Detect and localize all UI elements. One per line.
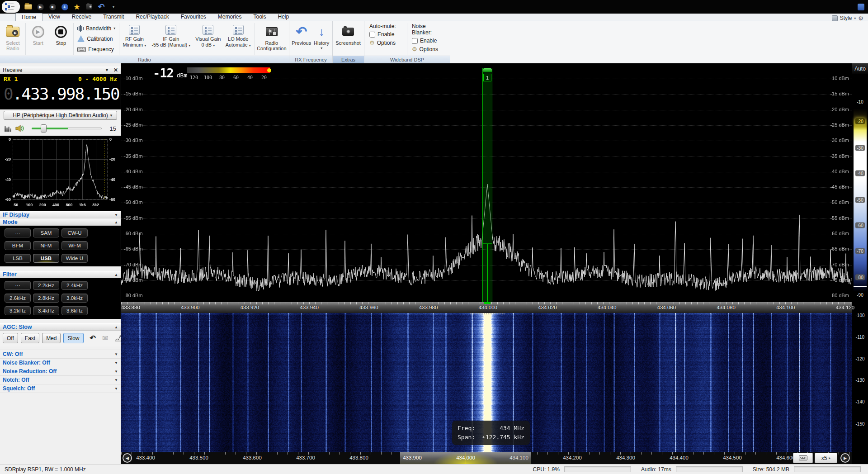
noise-blanker-enable-box[interactable]	[412, 38, 418, 44]
tab-view[interactable]: View	[42, 13, 66, 21]
filter-button-26khz[interactable]: 2.6kHz	[5, 294, 31, 303]
mode-button-usb[interactable]: USB	[33, 254, 59, 263]
mode-button-wfm[interactable]: WFM	[61, 241, 88, 250]
section-cw-off[interactable]: CW: Off▼	[0, 350, 121, 359]
mode-button-cwu[interactable]: CW-U	[61, 228, 88, 237]
navigator-label[interactable]: 434.500	[723, 455, 742, 460]
auto-mute-enable-box[interactable]	[369, 32, 375, 38]
quickbar-more-icon[interactable]: ▾	[109, 3, 118, 11]
style-label[interactable]: Style	[840, 15, 852, 21]
mode-button-[interactable]: ···	[5, 228, 31, 237]
section-mode[interactable]: Mode▲	[0, 218, 121, 226]
agc-undo-icon[interactable]: ↶	[90, 334, 96, 342]
volume-slider[interactable]	[32, 124, 102, 133]
audio-device-select[interactable]: HP (Périphérique High Definition Audio) …	[4, 111, 117, 120]
filter-button-22khz[interactable]: 2.2kHz	[33, 281, 59, 290]
navigator-label[interactable]: 433.600	[243, 455, 262, 460]
agc-button-med[interactable]: Med	[42, 333, 61, 343]
section-agc[interactable]: AGC: Slow▲	[0, 323, 121, 331]
filter-button-32khz[interactable]: 3.2kHz	[5, 306, 31, 315]
navigator-label[interactable]: 434.100	[509, 455, 528, 460]
filter-button-24khz[interactable]: 2.4kHz	[61, 281, 88, 290]
tab-rec-playback[interactable]: Rec/Playback	[130, 13, 175, 21]
lo-mode-button[interactable]: LO Mode Automatic ▾	[223, 22, 254, 56]
navigator-label[interactable]: 433.700	[296, 455, 315, 460]
app-logo-icon[interactable]	[2, 1, 20, 13]
spectrum-frequency-axis[interactable]: 433.880433.900433.920433.940433.960433.9…	[121, 302, 852, 313]
spectrum-canvas[interactable]	[121, 63, 852, 302]
equalizer-icon[interactable]	[5, 125, 12, 132]
mode-button-sam[interactable]: SAM	[33, 228, 59, 237]
agc-button-fast[interactable]: Fast	[21, 333, 39, 343]
mode-button-bfm[interactable]: BFM	[5, 241, 31, 250]
frequency-button[interactable]: Frequency	[77, 44, 115, 54]
tab-memories[interactable]: Memories	[212, 13, 248, 21]
section-squelch-off[interactable]: Squelch: Off▼	[0, 384, 121, 393]
auto-mute-options-button[interactable]: ⚙ Options	[369, 39, 402, 46]
receive-panel-header[interactable]: Receive ▼ ✕	[0, 66, 121, 74]
band-navigator[interactable]: ◀ x5▸ ▶ 433.400433.500433.600433.700433.…	[121, 452, 852, 464]
rf-gain-button[interactable]: RF Gain Minimum ▾	[120, 22, 148, 56]
panel-close-icon[interactable]: ✕	[113, 67, 118, 73]
history-button[interactable]: ↓ History ▾	[312, 22, 331, 56]
filter-button-30khz[interactable]: 3.0kHz	[61, 294, 88, 303]
tab-transmit[interactable]: Transmit	[97, 13, 130, 21]
style-caret-icon[interactable]: ▾	[854, 16, 856, 20]
mode-button-wideu[interactable]: Wide-U	[61, 254, 88, 263]
agc-button-slow[interactable]: Slow	[63, 333, 83, 343]
noise-blanker-enable-checkbox[interactable]: Enable	[412, 38, 445, 44]
volume-slider-thumb[interactable]	[41, 124, 47, 133]
filter-button-34khz[interactable]: 3.4kHz	[33, 306, 59, 315]
navigator-label[interactable]: 433.500	[189, 455, 208, 460]
if-gain-button[interactable]: IF Gain -55 dB (Manual) ▾	[149, 22, 194, 56]
gauge-auto-label[interactable]: Auto	[852, 63, 868, 74]
tab-home[interactable]: Home	[15, 13, 42, 21]
titlebar-right-icon[interactable]	[858, 4, 864, 10]
filter-button-[interactable]: ···	[5, 281, 31, 290]
navigator-label[interactable]: 434.300	[616, 455, 635, 460]
radio-configuration-button[interactable]: Radio Configuration	[256, 22, 288, 56]
settings-gear-icon[interactable]: ⚙	[858, 15, 863, 21]
tuned-frequency[interactable]: 0.433.998.150	[4, 82, 117, 106]
play-icon[interactable]: ▶	[36, 3, 44, 11]
navigator-label[interactable]: 433.800	[349, 455, 368, 460]
agc-button-off[interactable]: Off	[3, 333, 18, 343]
speaker-icon[interactable]	[15, 125, 25, 132]
navigator-zoom-button[interactable]: x5▸	[815, 453, 837, 463]
screenshot-button[interactable]: Screenshot	[334, 22, 362, 56]
mode-button-nfm[interactable]: NFM	[33, 241, 59, 250]
gauge-threshold-line[interactable]	[854, 286, 867, 287]
navigator-label[interactable]: 434.000	[456, 455, 475, 460]
waterfall-colorbar[interactable]: -120-100-80-60-40-20	[185, 67, 274, 81]
frequency-display[interactable]: RX 1 0 - 4000 Hz 0.433.998.150	[0, 74, 121, 109]
navigator-label[interactable]: 434.600	[776, 455, 795, 460]
tab-receive[interactable]: Receive	[66, 13, 97, 21]
previous-button[interactable]: ↶ Previous	[291, 22, 312, 56]
section-if-display[interactable]: IF Display▼	[0, 211, 121, 218]
spectrum-display[interactable]: -12 dBm -120-100-80-60-40-20 1 -10 dBm-1…	[121, 63, 852, 302]
panel-collapse-icon[interactable]: ▼	[105, 68, 109, 72]
section-noise-reduction-off[interactable]: Noise Reduction: Off▼	[0, 367, 121, 376]
agc-graph-icon[interactable]	[114, 335, 121, 341]
navigator-right-button[interactable]: ▶	[840, 453, 850, 463]
navigator-label[interactable]: 433.900	[403, 455, 422, 460]
undo-icon[interactable]: ↶	[97, 3, 105, 11]
favourite-star-icon[interactable]: ★	[73, 3, 81, 11]
camera-icon[interactable]	[85, 3, 93, 11]
filter-button-28khz[interactable]: 2.8kHz	[33, 294, 59, 303]
section-noise-blanker-off[interactable]: Noise Blanker: Off▼	[0, 359, 121, 367]
section-filter[interactable]: Filter▲	[0, 271, 121, 278]
tab-tools[interactable]: Tools	[248, 13, 272, 21]
stop-button[interactable]: Stop	[49, 22, 72, 56]
audio-spectrum-canvas[interactable]	[0, 136, 121, 211]
add-icon[interactable]: +	[61, 3, 69, 11]
tab-favourites[interactable]: Favourites	[175, 13, 212, 21]
filter-button-36khz[interactable]: 3.6kHz	[61, 306, 88, 315]
navigator-label[interactable]: 434.200	[563, 455, 582, 460]
calibration-button[interactable]: Calibration	[77, 34, 115, 44]
start-button[interactable]: ▶ Start	[27, 22, 50, 56]
auto-mute-enable-checkbox[interactable]: Enable	[369, 31, 402, 38]
stop-icon[interactable]: ■	[48, 3, 57, 11]
navigator-keyboard-button[interactable]	[793, 453, 813, 463]
navigator-left-button[interactable]: ◀	[123, 453, 132, 463]
